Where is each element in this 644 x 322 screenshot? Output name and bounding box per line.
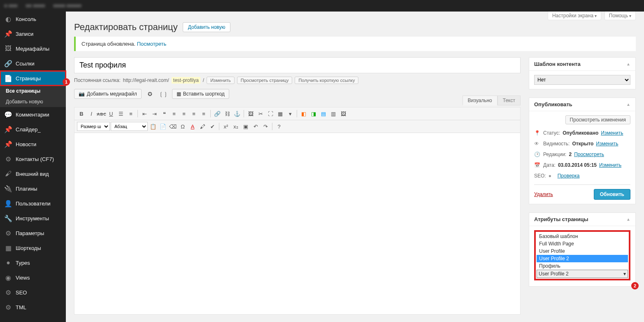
bg-color-icon[interactable]: 🖍 [198, 122, 207, 131]
permalink-edit-button[interactable]: Изменить [207, 77, 235, 84]
sidebar-item-18[interactable]: ⚙TML [0, 300, 66, 315]
get-shortlink-button[interactable]: Получить короткую ссылку [295, 77, 358, 84]
notice-view-link[interactable]: Посмотреть [137, 41, 167, 47]
format-select[interactable]: Абзац [111, 122, 148, 131]
template-option[interactable]: Full Width Page [537, 240, 628, 247]
bold-icon[interactable]: B [77, 109, 86, 118]
indent-icon[interactable]: ⇥ [150, 109, 159, 118]
sidebar-item-5[interactable]: 💬Комментарии [0, 107, 66, 122]
edit-date-link[interactable]: Изменить [599, 162, 621, 168]
outdent-icon[interactable]: ⇤ [140, 109, 149, 118]
sidebar-item-1[interactable]: 📌Записи [0, 26, 66, 41]
sidebar-item-0[interactable]: ◐Консоль [0, 12, 66, 26]
preview-changes-button[interactable]: Просмотреть изменения [565, 115, 630, 124]
sidebar-item-2[interactable]: 🖼Медиафайлы [0, 41, 66, 56]
sidebar-item-13[interactable]: ⚙Параметры [0, 226, 66, 240]
link-icon[interactable]: 🔗 [213, 109, 222, 118]
color5-icon[interactable]: 🖼 [339, 109, 348, 118]
insert-shortcode-button[interactable]: ▦Вставить шорткод [172, 89, 229, 99]
editor-content[interactable] [74, 133, 520, 314]
sidebar-item-17[interactable]: ⚙SEO [0, 285, 66, 300]
template-option[interactable]: User Profile [537, 247, 628, 255]
align-justify-icon[interactable]: ≡ [199, 109, 208, 118]
align-center-icon[interactable]: ≡ [179, 109, 188, 118]
view-page-button[interactable]: Просмотреть страницу [237, 77, 293, 84]
browse-revisions-link[interactable]: Просмотреть [574, 152, 604, 157]
align-right-icon[interactable]: ≡ [189, 109, 198, 118]
seo-check-link[interactable]: Проверка [558, 173, 580, 179]
sidebar-sub-add[interactable]: Добавить новую [0, 96, 66, 107]
vc-icon[interactable]: ✪ [146, 89, 155, 98]
visual-tab[interactable]: Визуально [463, 96, 498, 105]
help-icon[interactable]: ? [274, 122, 284, 131]
edit-status-link[interactable]: Изменить [601, 130, 623, 136]
add-media-button[interactable]: 📷Добавить медиафайл [74, 89, 142, 99]
color2-icon[interactable]: ◨ [309, 109, 318, 118]
media-icon[interactable]: ▣ [241, 122, 250, 131]
kitchen-sink-icon[interactable]: ▾ [286, 109, 295, 118]
sidebar-item-4[interactable]: 📄Страницы [0, 71, 66, 86]
sidebar-item-10[interactable]: 🔌Плагины [0, 181, 66, 196]
sidebar-item-11[interactable]: 👤Пользователи [0, 196, 66, 211]
sidebar-item-6[interactable]: 📌Слайдер_ [0, 122, 66, 137]
image-icon[interactable]: 🖼 [246, 109, 255, 118]
content-template-select[interactable]: Нет [534, 75, 630, 85]
template-metabox: Шаблон контента ▲ Нет [529, 57, 636, 89]
color1-icon[interactable]: ◧ [299, 109, 308, 118]
sidebar-item-label: Медиафайлы [16, 46, 49, 52]
sidebar-item-9[interactable]: 🖌Внешний вид [0, 166, 66, 181]
sidebar-item-15[interactable]: ●Types [0, 255, 66, 270]
undo-icon[interactable]: ↶ [251, 122, 260, 131]
publish-box-title: Опубликовать [534, 101, 572, 107]
text-color-icon[interactable]: A [188, 122, 197, 131]
main-content: Настройки экрана Помощь Редактировать ст… [66, 12, 644, 322]
template-select[interactable]: User Profile 2▾ [537, 270, 628, 278]
menu-icon: 📌 [4, 125, 12, 133]
quote-icon[interactable]: ❝ [160, 109, 169, 118]
spellcheck-icon[interactable]: ✔ [208, 122, 217, 131]
color4-icon[interactable]: ▥ [329, 109, 338, 118]
sidebar-item-12[interactable]: 🔧Инструменты [0, 211, 66, 226]
strike-icon[interactable]: ᴀʙᴄ [97, 109, 106, 118]
underline-icon[interactable]: U [107, 109, 116, 118]
template-option[interactable]: Профиль [537, 262, 628, 270]
sidebar-sub-all[interactable]: Все страницы [0, 86, 66, 96]
code-icon[interactable]: ❲❳ [159, 89, 168, 98]
page-title: Редактировать страницу [74, 22, 178, 33]
number-list-icon[interactable]: ≡ [126, 109, 135, 118]
italic-icon[interactable]: I [87, 109, 96, 118]
table-icon[interactable]: ▦ [276, 109, 285, 118]
edit-visibility-link[interactable]: Изменить [596, 141, 618, 147]
post-title-input[interactable] [74, 57, 521, 73]
redo-icon[interactable]: ↷ [261, 122, 270, 131]
update-button[interactable]: Обновить [594, 189, 630, 200]
add-new-button[interactable]: Добавить новую [183, 22, 231, 32]
help-tab[interactable]: Помощь [604, 12, 636, 20]
sidebar-item-16[interactable]: ◉Views [0, 270, 66, 285]
more-icon[interactable]: ✂ [256, 109, 265, 118]
font-size-select[interactable]: Размер шри [77, 122, 110, 131]
delete-link[interactable]: Удалить [534, 191, 553, 197]
sidebar-item-3[interactable]: 🔗Ссылки [0, 56, 66, 71]
unlink-icon[interactable]: ⛓ [223, 109, 232, 118]
template-option[interactable]: Базовый шаблон [537, 233, 628, 240]
anchor-icon[interactable]: ⚓ [232, 109, 242, 118]
sub-icon[interactable]: x₂ [231, 122, 240, 131]
sidebar-item-label: Инструменты [16, 215, 49, 222]
omega-icon[interactable]: Ω [178, 122, 187, 131]
sidebar-item-8[interactable]: ⚙Контакты (CF7) [0, 152, 66, 166]
align-left-icon[interactable]: ≡ [170, 109, 179, 118]
text-tab[interactable]: Текст [498, 96, 521, 105]
clear-format-icon[interactable]: ⌫ [168, 122, 177, 131]
fullscreen-icon[interactable]: ⛶ [266, 109, 275, 118]
color3-icon[interactable]: ▤ [319, 109, 328, 118]
paste-text-icon[interactable]: 📄 [158, 122, 167, 131]
sup-icon[interactable]: x² [221, 122, 230, 131]
paste-icon[interactable]: 📋 [149, 122, 158, 131]
template-option[interactable]: User Profile 2 [537, 255, 628, 262]
sidebar-item-14[interactable]: ▦Шорткоды [0, 240, 66, 255]
sidebar-item-7[interactable]: 📌Новости [0, 137, 66, 152]
sidebar-item-label: Пользователи [16, 201, 51, 207]
bullet-list-icon[interactable]: ☰ [116, 109, 126, 118]
screen-options-tab[interactable]: Настройки экрана [548, 12, 601, 20]
